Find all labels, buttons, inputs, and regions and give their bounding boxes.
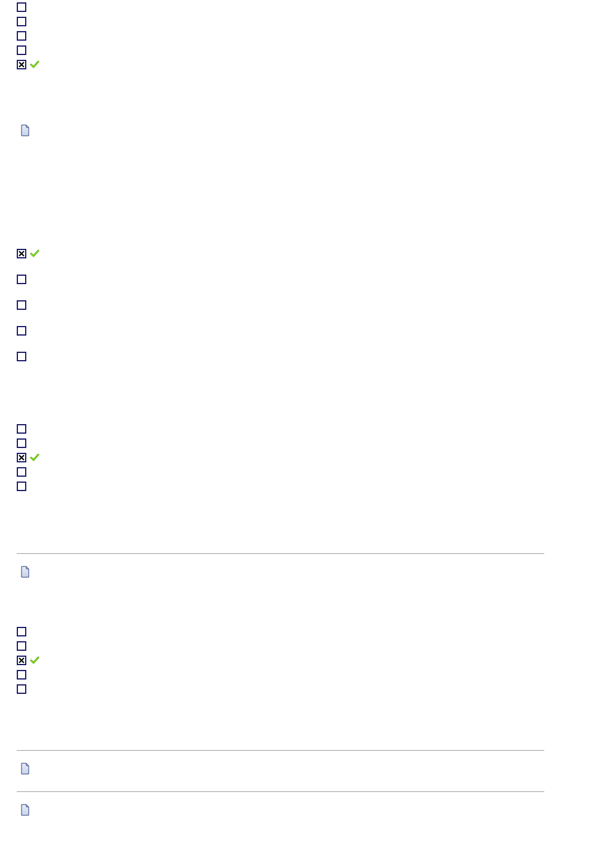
svg-rect-11 [17, 439, 26, 447]
checkbox-empty-icon[interactable] [17, 467, 26, 477]
answer-row [17, 272, 599, 287]
answer-list [17, 246, 599, 364]
answer-list [17, 0, 599, 72]
checkbox-empty-icon[interactable] [17, 424, 26, 434]
answer-row [17, 639, 599, 653]
question-block [17, 777, 599, 818]
svg-rect-0 [17, 3, 26, 11]
answer-row [17, 0, 599, 14]
svg-rect-14 [17, 482, 26, 490]
checkbox-empty-icon[interactable] [17, 684, 26, 694]
correct-checkmark-icon [30, 656, 39, 665]
svg-rect-18 [17, 671, 26, 679]
checkbox-empty-icon[interactable] [17, 326, 26, 336]
answer-row [17, 57, 599, 72]
answer-row [17, 682, 599, 696]
answer-row [17, 624, 599, 639]
answer-row [17, 43, 599, 57]
question-block [17, 0, 599, 72]
answer-row [17, 422, 599, 436]
checkbox-empty-icon[interactable] [17, 17, 26, 26]
svg-rect-10 [17, 425, 26, 433]
answer-row [17, 479, 599, 493]
checkbox-empty-icon[interactable] [17, 300, 26, 310]
checkbox-empty-icon[interactable] [17, 438, 26, 448]
answer-row [17, 14, 599, 29]
answer-row [17, 450, 599, 465]
checkbox-empty-icon[interactable] [17, 352, 26, 361]
svg-rect-6 [17, 275, 26, 284]
svg-rect-1 [17, 17, 26, 26]
answer-row [17, 465, 599, 479]
correct-checkmark-icon [30, 453, 39, 462]
question-block [17, 580, 599, 777]
svg-rect-9 [17, 352, 26, 361]
checkbox-empty-icon[interactable] [17, 670, 26, 680]
checkbox-empty-icon[interactable] [17, 275, 26, 284]
page-icon [20, 763, 30, 775]
svg-rect-2 [17, 32, 26, 40]
answer-row [17, 298, 599, 312]
checkbox-checked-icon[interactable] [17, 249, 26, 258]
checkbox-checked-icon[interactable] [17, 656, 26, 665]
checkbox-empty-icon[interactable] [17, 627, 26, 636]
answer-row [17, 29, 599, 43]
checkbox-empty-icon[interactable] [17, 31, 26, 41]
svg-rect-3 [17, 46, 26, 54]
answer-row [17, 653, 599, 668]
answer-row [17, 349, 599, 364]
answer-row [17, 246, 599, 261]
answer-row [17, 324, 599, 338]
answer-row [17, 668, 599, 682]
correct-checkmark-icon [30, 249, 39, 258]
checkbox-empty-icon[interactable] [17, 482, 26, 491]
svg-rect-8 [17, 327, 26, 335]
checkbox-checked-icon[interactable] [17, 453, 26, 462]
answer-row [17, 436, 599, 450]
checkbox-empty-icon[interactable] [17, 2, 26, 12]
checkbox-empty-icon[interactable] [17, 45, 26, 55]
svg-rect-19 [17, 685, 26, 693]
page-icon [20, 124, 30, 136]
checkbox-empty-icon[interactable] [17, 641, 26, 651]
page-icon [20, 804, 30, 816]
svg-rect-16 [17, 642, 26, 650]
answer-list [17, 422, 599, 493]
svg-rect-7 [17, 301, 26, 309]
svg-rect-13 [17, 468, 26, 476]
question-block [17, 364, 599, 580]
checkbox-checked-icon[interactable] [17, 60, 26, 69]
question-block [17, 72, 599, 364]
correct-checkmark-icon [30, 60, 39, 69]
svg-rect-15 [17, 627, 26, 636]
answer-list [17, 624, 599, 696]
page-icon [20, 566, 30, 578]
